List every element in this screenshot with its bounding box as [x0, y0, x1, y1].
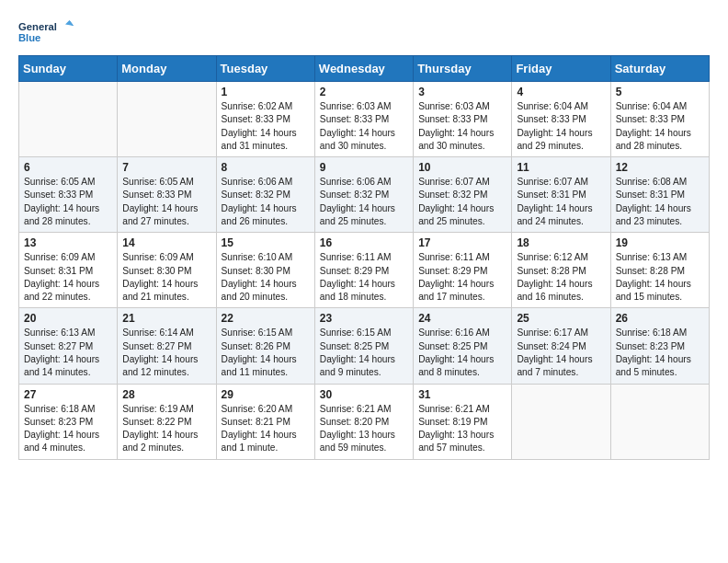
day-info: Sunrise: 6:18 AM Sunset: 8:23 PM Dayligh…: [616, 327, 704, 379]
calendar-cell: 28Sunrise: 6:19 AM Sunset: 8:22 PM Dayli…: [118, 384, 216, 459]
svg-text:General: General: [18, 21, 57, 32]
calendar-cell: 10Sunrise: 6:07 AM Sunset: 8:32 PM Dayli…: [414, 157, 512, 233]
day-number: 28: [122, 388, 210, 401]
calendar-cell: 19Sunrise: 6:13 AM Sunset: 8:28 PM Dayli…: [610, 233, 709, 308]
day-info: Sunrise: 6:07 AM Sunset: 8:32 PM Dayligh…: [418, 176, 506, 228]
calendar-cell: 11Sunrise: 6:07 AM Sunset: 8:31 PM Dayli…: [512, 157, 610, 233]
calendar-cell: [118, 82, 216, 157]
day-number: 12: [616, 161, 704, 174]
day-info: Sunrise: 6:04 AM Sunset: 8:33 PM Dayligh…: [517, 100, 605, 153]
calendar-cell: 16Sunrise: 6:11 AM Sunset: 8:29 PM Dayli…: [314, 233, 413, 308]
calendar-cell: [19, 82, 118, 157]
day-number: 16: [320, 236, 408, 249]
day-info: Sunrise: 6:03 AM Sunset: 8:33 PM Dayligh…: [320, 100, 408, 153]
calendar-cell: 20Sunrise: 6:13 AM Sunset: 8:27 PM Dayli…: [19, 308, 118, 384]
day-info: Sunrise: 6:09 AM Sunset: 8:31 PM Dayligh…: [24, 251, 112, 304]
day-number: 30: [320, 388, 408, 401]
day-info: Sunrise: 6:06 AM Sunset: 8:32 PM Dayligh…: [320, 176, 408, 228]
svg-text:Blue: Blue: [18, 32, 40, 43]
day-number: 23: [320, 312, 408, 325]
day-number: 13: [24, 236, 112, 249]
calendar-table: SundayMondayTuesdayWednesdayThursdayFrid…: [18, 55, 710, 460]
day-info: Sunrise: 6:21 AM Sunset: 8:20 PM Dayligh…: [320, 403, 408, 455]
col-header-tuesday: Tuesday: [216, 56, 314, 82]
day-info: Sunrise: 6:05 AM Sunset: 8:33 PM Dayligh…: [122, 176, 210, 228]
col-header-saturday: Saturday: [610, 56, 709, 82]
day-info: Sunrise: 6:17 AM Sunset: 8:24 PM Dayligh…: [517, 327, 605, 379]
day-number: 22: [222, 312, 310, 325]
day-info: Sunrise: 6:08 AM Sunset: 8:31 PM Dayligh…: [616, 176, 704, 228]
day-info: Sunrise: 6:16 AM Sunset: 8:25 PM Dayligh…: [418, 327, 506, 379]
day-info: Sunrise: 6:14 AM Sunset: 8:27 PM Dayligh…: [122, 327, 210, 379]
calendar-week-1: 6Sunrise: 6:05 AM Sunset: 8:33 PM Daylig…: [19, 157, 710, 233]
day-number: 15: [222, 236, 310, 249]
day-info: Sunrise: 6:11 AM Sunset: 8:29 PM Dayligh…: [418, 251, 506, 304]
calendar-cell: 18Sunrise: 6:12 AM Sunset: 8:28 PM Dayli…: [512, 233, 610, 308]
col-header-sunday: Sunday: [19, 56, 118, 82]
col-header-friday: Friday: [512, 56, 610, 82]
day-info: Sunrise: 6:09 AM Sunset: 8:30 PM Dayligh…: [122, 251, 210, 304]
calendar-cell: 29Sunrise: 6:20 AM Sunset: 8:21 PM Dayli…: [216, 384, 314, 459]
day-number: 3: [418, 86, 506, 98]
day-info: Sunrise: 6:03 AM Sunset: 8:33 PM Dayligh…: [418, 100, 506, 153]
day-number: 7: [122, 161, 210, 174]
day-number: 26: [616, 312, 704, 325]
day-number: 8: [222, 161, 310, 174]
day-number: 27: [24, 388, 112, 401]
day-number: 14: [122, 236, 210, 249]
day-number: 1: [222, 86, 310, 98]
day-info: Sunrise: 6:11 AM Sunset: 8:29 PM Dayligh…: [320, 251, 408, 304]
calendar-cell: 5Sunrise: 6:04 AM Sunset: 8:33 PM Daylig…: [610, 82, 709, 157]
calendar-cell: 14Sunrise: 6:09 AM Sunset: 8:30 PM Dayli…: [118, 233, 216, 308]
calendar-cell: 6Sunrise: 6:05 AM Sunset: 8:33 PM Daylig…: [19, 157, 118, 233]
day-number: 9: [320, 161, 408, 174]
day-number: 24: [418, 312, 506, 325]
day-number: 21: [122, 312, 210, 325]
day-info: Sunrise: 6:13 AM Sunset: 8:27 PM Dayligh…: [24, 327, 112, 379]
day-info: Sunrise: 6:21 AM Sunset: 8:19 PM Dayligh…: [418, 403, 506, 455]
day-info: Sunrise: 6:05 AM Sunset: 8:33 PM Dayligh…: [24, 176, 112, 228]
calendar-week-4: 27Sunrise: 6:18 AM Sunset: 8:23 PM Dayli…: [19, 384, 710, 459]
day-number: 5: [616, 86, 704, 98]
calendar-cell: 25Sunrise: 6:17 AM Sunset: 8:24 PM Dayli…: [512, 308, 610, 384]
svg-marker-3: [65, 20, 74, 26]
day-number: 17: [418, 236, 506, 249]
day-info: Sunrise: 6:20 AM Sunset: 8:21 PM Dayligh…: [222, 403, 310, 455]
day-info: Sunrise: 6:19 AM Sunset: 8:22 PM Dayligh…: [122, 403, 210, 455]
calendar-week-3: 20Sunrise: 6:13 AM Sunset: 8:27 PM Dayli…: [19, 308, 710, 384]
day-number: 10: [418, 161, 506, 174]
calendar-cell: 27Sunrise: 6:18 AM Sunset: 8:23 PM Dayli…: [19, 384, 118, 459]
page-header: General Blue: [18, 15, 710, 48]
calendar-cell: 13Sunrise: 6:09 AM Sunset: 8:31 PM Dayli…: [19, 233, 118, 308]
calendar-cell: 21Sunrise: 6:14 AM Sunset: 8:27 PM Dayli…: [118, 308, 216, 384]
day-number: 31: [418, 388, 506, 401]
calendar-cell: 17Sunrise: 6:11 AM Sunset: 8:29 PM Dayli…: [414, 233, 512, 308]
day-info: Sunrise: 6:10 AM Sunset: 8:30 PM Dayligh…: [222, 251, 310, 304]
day-number: 4: [517, 86, 605, 98]
calendar-cell: 23Sunrise: 6:15 AM Sunset: 8:25 PM Dayli…: [314, 308, 413, 384]
calendar-cell: 24Sunrise: 6:16 AM Sunset: 8:25 PM Dayli…: [414, 308, 512, 384]
day-info: Sunrise: 6:18 AM Sunset: 8:23 PM Dayligh…: [24, 403, 112, 455]
col-header-monday: Monday: [118, 56, 216, 82]
calendar-cell: 9Sunrise: 6:06 AM Sunset: 8:32 PM Daylig…: [314, 157, 413, 233]
day-number: 2: [320, 86, 408, 98]
day-number: 19: [616, 236, 704, 249]
day-info: Sunrise: 6:04 AM Sunset: 8:33 PM Dayligh…: [616, 100, 704, 153]
day-number: 18: [517, 236, 605, 249]
calendar-cell: 22Sunrise: 6:15 AM Sunset: 8:26 PM Dayli…: [216, 308, 314, 384]
day-number: 11: [517, 161, 605, 174]
calendar-cell: 30Sunrise: 6:21 AM Sunset: 8:20 PM Dayli…: [314, 384, 413, 459]
day-info: Sunrise: 6:07 AM Sunset: 8:31 PM Dayligh…: [517, 176, 605, 228]
day-info: Sunrise: 6:13 AM Sunset: 8:28 PM Dayligh…: [616, 251, 704, 304]
calendar-cell: 7Sunrise: 6:05 AM Sunset: 8:33 PM Daylig…: [118, 157, 216, 233]
day-info: Sunrise: 6:12 AM Sunset: 8:28 PM Dayligh…: [517, 251, 605, 304]
calendar-cell: 31Sunrise: 6:21 AM Sunset: 8:19 PM Dayli…: [414, 384, 512, 459]
day-number: 29: [222, 388, 310, 401]
calendar-cell: 8Sunrise: 6:06 AM Sunset: 8:32 PM Daylig…: [216, 157, 314, 233]
day-info: Sunrise: 6:06 AM Sunset: 8:32 PM Dayligh…: [222, 176, 310, 228]
day-info: Sunrise: 6:15 AM Sunset: 8:25 PM Dayligh…: [320, 327, 408, 379]
day-info: Sunrise: 6:15 AM Sunset: 8:26 PM Dayligh…: [222, 327, 310, 379]
calendar-week-2: 13Sunrise: 6:09 AM Sunset: 8:31 PM Dayli…: [19, 233, 710, 308]
day-number: 25: [517, 312, 605, 325]
day-number: 20: [24, 312, 112, 325]
